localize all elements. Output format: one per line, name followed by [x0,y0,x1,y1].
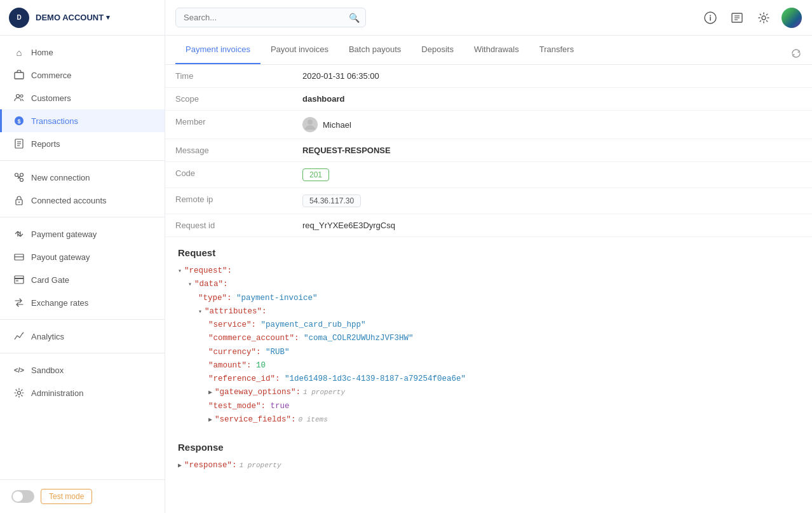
sidebar-nav: ⌂ Home Commerce Customers $ Transactions [0,36,165,479]
account-label: DEMO ACCOUNT [36,13,104,22]
topbar: 🔍 [165,0,812,36]
tab-payment-invoices[interactable]: Payment invoices [175,36,261,64]
sidebar-item-new-connection[interactable]: New connection [0,166,165,189]
sidebar-item-payout-gateway[interactable]: Payout gateway [0,245,165,268]
table-row: Message REQUEST-RESPONSE [165,139,812,162]
status-badge: 201 [302,168,329,181]
json-line: "reference_id": "1de61498-1d3c-4139-8187… [178,373,799,386]
svg-point-1 [17,95,20,98]
response-title: Response [178,442,799,453]
tab-batch-payouts[interactable]: Batch payouts [339,36,411,64]
content-area: Time 2020-01-31 06:35:00 Scope dashboard… [165,65,812,513]
json-line: "commerce_account": "coma_COLR2UWUhzJVF3… [178,332,799,345]
json-block-response: ▶ "response": 1 property [178,459,799,472]
collapse-toggle[interactable]: ▶ [208,387,212,398]
collapse-toggle[interactable]: ▾ [178,266,182,277]
collapse-toggle[interactable]: ▶ [178,460,182,471]
member-name: Michael [323,120,351,130]
sidebar-item-connected-accounts[interactable]: Connected accounts [0,189,165,212]
tab-transfers[interactable]: Transfers [529,36,584,64]
row-label-message: Message [165,139,292,162]
row-label-time: Time [165,65,292,88]
main-content: 🔍 Payment invoices Payout invoices Batch… [165,0,812,513]
sidebar-item-label: Exchange rates [31,298,88,308]
sidebar-item-analytics[interactable]: Analytics [0,325,165,348]
json-line: ▾ "data": [178,278,799,291]
svg-rect-0 [15,72,24,79]
collapse-toggle[interactable]: ▾ [198,306,202,317]
row-label-member: Member [165,111,292,139]
sidebar-item-exchange-rates[interactable]: Exchange rates [0,291,165,314]
tab-payout-invoices[interactable]: Payout invoices [261,36,339,64]
svg-point-30 [308,120,313,125]
sidebar-item-home[interactable]: ⌂ Home [0,41,165,64]
tab-withdrawals[interactable]: Withdrawals [464,36,529,64]
ip-badge: 54.36.117.30 [302,195,361,207]
sidebar-item-label: Connected accounts [31,196,107,205]
tabs-bar: Payment invoices Payout invoices Batch p… [165,36,812,65]
sidebar-footer: Test mode [0,479,165,513]
sidebar-item-label: Sandbox [31,366,64,375]
svg-point-9 [15,174,18,177]
collapse-toggle[interactable]: ▶ [208,414,212,425]
sidebar-item-customers[interactable]: Customers [0,86,165,109]
home-icon: ⌂ [13,46,25,58]
json-line: ▾ "request": [178,264,799,278]
row-value-time: 2020-01-31 06:35:00 [292,65,812,88]
search-icon: 🔍 [349,13,360,23]
row-label-remote-ip: Remote ip [165,188,292,214]
reports-icon [13,138,25,149]
sidebar-header: D DEMO ACCOUNT ▾ [0,0,165,36]
settings-icon[interactable] [755,9,773,27]
info-icon[interactable] [701,9,719,27]
user-avatar[interactable] [782,8,802,28]
json-line: ▶ "gateway_options": 1 property [178,386,799,399]
svg-point-10 [20,179,24,182]
sidebar-item-administration[interactable]: Administration [0,381,165,404]
sidebar-item-commerce[interactable]: Commerce [0,64,165,86]
row-value-request-id: req_YrYXEe6E3DyrgCsq [292,214,812,237]
sidebar-item-card-gate[interactable]: Card Gate [0,268,165,291]
sidebar-item-label: Payout gateway [31,252,90,262]
response-section: Response ▶ "response": 1 property [165,432,812,477]
table-row: Code 201 [165,162,812,188]
sidebar-item-reports[interactable]: Reports [0,132,165,155]
sidebar-item-label: Commerce [31,71,72,80]
sidebar-item-label: Customers [31,93,71,103]
account-name[interactable]: DEMO ACCOUNT ▾ [36,13,110,22]
sidebar-item-transactions[interactable]: $ Transactions [0,109,165,132]
row-value-message: REQUEST-RESPONSE [292,139,812,162]
json-line: ▾ "attributes": [178,305,799,318]
sidebar-item-label: Payment gateway [31,229,97,239]
json-line: "service": "payment_card_rub_hpp" [178,318,799,332]
sidebar-item-payment-gateway[interactable]: Payment gateway [0,222,165,245]
svg-point-2 [20,95,23,97]
sidebar: D DEMO ACCOUNT ▾ ⌂ Home Commerce Custome… [0,0,165,513]
sidebar-item-label: New connection [31,173,90,182]
collapse-toggle[interactable]: ▾ [188,279,192,290]
transactions-icon: $ [13,115,25,127]
lock-icon [13,195,25,206]
sidebar-item-label: Analytics [31,332,64,341]
request-section: Request ▾ "request": ▾ "data": "type": "… [165,237,812,432]
customers-icon [13,92,25,104]
sidebar-item-sandbox[interactable]: </> Sandbox [0,359,165,381]
svg-rect-20 [16,280,18,282]
test-mode-toggle[interactable] [11,490,34,503]
table-row: Time 2020-01-31 06:35:00 [165,65,812,88]
refresh-icon[interactable] [790,48,802,64]
row-value-member: Michael [292,111,812,139]
search-box: 🔍 [175,8,366,27]
table-row: Request id req_YrYXEe6E3DyrgCsq [165,214,812,237]
svg-point-24 [710,15,711,16]
detail-table: Time 2020-01-31 06:35:00 Scope dashboard… [165,65,812,237]
row-label-request-id: Request id [165,214,292,237]
request-title: Request [178,247,799,258]
json-line: "test_mode": true [178,400,799,413]
test-mode-button[interactable]: Test mode [41,489,92,504]
tab-deposits[interactable]: Deposits [411,36,464,64]
topbar-actions [701,8,802,28]
list-icon[interactable] [728,9,746,27]
search-input[interactable] [175,8,366,27]
json-line: "type": "payment-invoice" [178,292,799,305]
